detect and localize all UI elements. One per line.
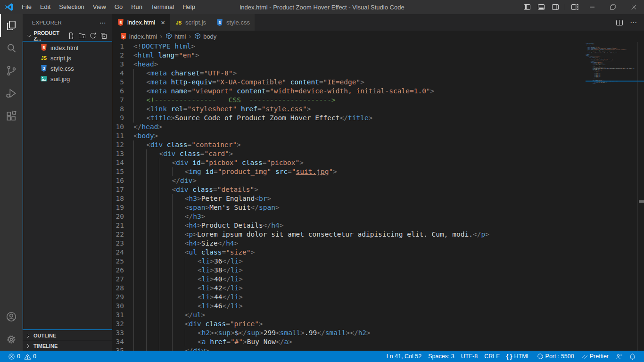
- restore-button[interactable]: [603, 0, 623, 14]
- breadcrumb-item-index.html[interactable]: 5index.html: [120, 33, 157, 40]
- timeline-section[interactable]: TIMELINE: [23, 340, 112, 351]
- notifications-status[interactable]: [626, 353, 639, 360]
- explorer-icon[interactable]: [0, 14, 23, 37]
- folder-section-header[interactable]: PRODUCT Z...: [23, 31, 112, 41]
- code-line-26[interactable]: 26 <li>38</li>: [112, 266, 644, 275]
- feedback-person-icon: [615, 353, 622, 360]
- code-line-25[interactable]: 25 <li>36</li>: [112, 257, 644, 266]
- menu-terminal[interactable]: Terminal: [147, 3, 178, 10]
- accounts-icon[interactable]: [0, 305, 23, 328]
- search-icon[interactable]: [0, 37, 23, 59]
- indent-guide: [146, 221, 159, 230]
- language-mode-status[interactable]: { } HTML: [503, 353, 534, 360]
- collapse-folders-icon[interactable]: [100, 32, 107, 40]
- code-line-27[interactable]: 27 <li>40</li>: [112, 275, 644, 284]
- split-editor-icon[interactable]: [616, 19, 623, 26]
- code-line-14[interactable]: 14 <div id="picbox" class="picbox">: [112, 158, 644, 167]
- editor-scrollbar[interactable]: [637, 42, 644, 351]
- code-line-7[interactable]: 7 <!--------------- CSS ----------------…: [112, 96, 644, 105]
- indentation-status[interactable]: Spaces: 3: [425, 353, 458, 360]
- code-line-16[interactable]: 16 </div>: [112, 176, 644, 185]
- minimap[interactable]: <!DOCTYPE html><html lang="en"><head> <m…: [586, 43, 637, 84]
- explorer-more-actions-icon[interactable]: ⋯: [99, 19, 107, 26]
- code-line-29[interactable]: 29 <li>44</li>: [112, 293, 644, 302]
- code-line-23[interactable]: 23 <h4>Size</h4>: [112, 239, 644, 248]
- minimize-button[interactable]: [582, 0, 603, 14]
- customize-layout-icon[interactable]: [568, 0, 582, 14]
- menu-file[interactable]: File: [17, 3, 36, 10]
- code-line-5[interactable]: 5 <meta http-equiv="X-UA-Compatible" con…: [112, 78, 644, 87]
- problems-status[interactable]: 0 0: [5, 353, 40, 360]
- cursor-position-status[interactable]: Ln 41, Col 52: [383, 353, 425, 360]
- code-line-30[interactable]: 30 <li>46</li>: [112, 302, 644, 311]
- code-line-11[interactable]: 11<body>: [112, 132, 644, 140]
- menu-run[interactable]: Run: [127, 3, 147, 10]
- code-line-9[interactable]: 9 <title>Source Code of Product Zoom Hov…: [112, 114, 644, 123]
- menu-selection[interactable]: Selection: [55, 3, 88, 10]
- code-line-33[interactable]: 33 <h2><sup>$</sup>299<small>.99</small>…: [112, 329, 644, 337]
- file-item-index.html[interactable]: 5index.html: [23, 42, 112, 53]
- prettier-status[interactable]: Prettier: [578, 353, 612, 360]
- breadcrumb-item-body[interactable]: body: [194, 33, 216, 40]
- menu-view[interactable]: View: [89, 3, 110, 10]
- extensions-icon[interactable]: [0, 105, 23, 127]
- new-file-icon[interactable]: [67, 32, 75, 40]
- indent-guide: [172, 203, 185, 212]
- code-line-15[interactable]: 15 <img id="product_img" src="suit.jpg">: [112, 167, 644, 176]
- source-control-icon[interactable]: [0, 59, 23, 82]
- editor-more-actions-icon[interactable]: ⋯: [630, 18, 637, 27]
- settings-gear-icon[interactable]: [0, 328, 23, 351]
- code-line-34[interactable]: 34 <a href="#">Buy Now</a>: [112, 337, 644, 346]
- code-line-6[interactable]: 6 <meta name="viewport" content="width=d…: [112, 87, 644, 96]
- code-line-28[interactable]: 28 <li>42</li>: [112, 284, 644, 293]
- code-line-32[interactable]: 32 <div class="price">: [112, 320, 644, 329]
- code-line-12[interactable]: 12 <div class="container">: [112, 140, 644, 149]
- code-line-2[interactable]: 2<html lang="en">: [112, 51, 644, 60]
- toggle-secondary-sidebar-icon[interactable]: [548, 0, 562, 14]
- close-window-button[interactable]: [623, 0, 644, 14]
- live-server-port-status[interactable]: Port : 5500: [534, 353, 578, 360]
- indent-guide: [133, 167, 146, 176]
- code-line-17[interactable]: 17 <div class="details">: [112, 185, 644, 194]
- close-tab-icon[interactable]: ×: [161, 18, 165, 26]
- code-line-4[interactable]: 4 <meta charset="UTF-8">: [112, 69, 644, 78]
- line-number: 31: [112, 311, 133, 320]
- file-item-script.js[interactable]: JSscript.js: [23, 53, 112, 63]
- code-line-22[interactable]: 22 <p>Lorem ipsum dolor sit amet consect…: [112, 230, 644, 239]
- tab-style.css[interactable]: 3style.css: [211, 14, 255, 31]
- breadcrumb-item-html[interactable]: html: [165, 33, 186, 40]
- new-folder-icon[interactable]: [78, 32, 86, 40]
- code-line-19[interactable]: 19 <span>Men's Suit</span>: [112, 203, 644, 212]
- tab-index.html[interactable]: 5index.html×: [112, 14, 170, 31]
- code-line-13[interactable]: 13 <div class="card">: [112, 149, 644, 158]
- tab-script.js[interactable]: JSscript.js: [170, 14, 211, 31]
- outline-section[interactable]: OUTLINE: [23, 330, 112, 340]
- code-line-31[interactable]: 31 </ul>: [112, 311, 644, 320]
- file-item-style.css[interactable]: 3style.css: [23, 63, 112, 74]
- feedback-status[interactable]: [612, 353, 626, 360]
- code-line-3[interactable]: 3<head>: [112, 60, 644, 69]
- file-item-suit.jpg[interactable]: suit.jpg: [23, 74, 112, 84]
- code-line-10[interactable]: 10</head>: [112, 123, 644, 132]
- menu-go[interactable]: Go: [110, 3, 127, 10]
- code-line-35[interactable]: 35 </div>: [112, 346, 644, 351]
- menu-edit[interactable]: Edit: [36, 3, 55, 10]
- run-debug-icon[interactable]: [0, 82, 23, 105]
- code-line-1[interactable]: 1<!DOCTYPE html>: [112, 42, 644, 51]
- code-line-24[interactable]: 24 <ul class="size">: [112, 248, 644, 257]
- toggle-panel-icon[interactable]: [534, 0, 548, 14]
- line-number: 10: [112, 123, 133, 132]
- toggle-sidebar-icon[interactable]: [520, 0, 534, 14]
- code-line-20[interactable]: 20 </h3>: [112, 212, 644, 221]
- code-line-18[interactable]: 18 <h3>Peter England<br>: [112, 194, 644, 203]
- encoding-status[interactable]: UTF-8: [458, 353, 481, 360]
- eol-status[interactable]: CRLF: [481, 353, 503, 360]
- line-number: 27: [112, 275, 133, 284]
- code-line-8[interactable]: 8 <link rel="stylesheet" href="style.css…: [112, 105, 644, 114]
- indent-guide: [185, 266, 198, 275]
- indent-guide: [146, 239, 159, 248]
- code-line-21[interactable]: 21 <h4>Product Details</h4>: [112, 221, 644, 230]
- menu-help[interactable]: Help: [178, 3, 199, 10]
- code-editor[interactable]: 1<!DOCTYPE html>2<html lang="en">3<head>…: [112, 42, 644, 351]
- refresh-icon[interactable]: [89, 32, 97, 40]
